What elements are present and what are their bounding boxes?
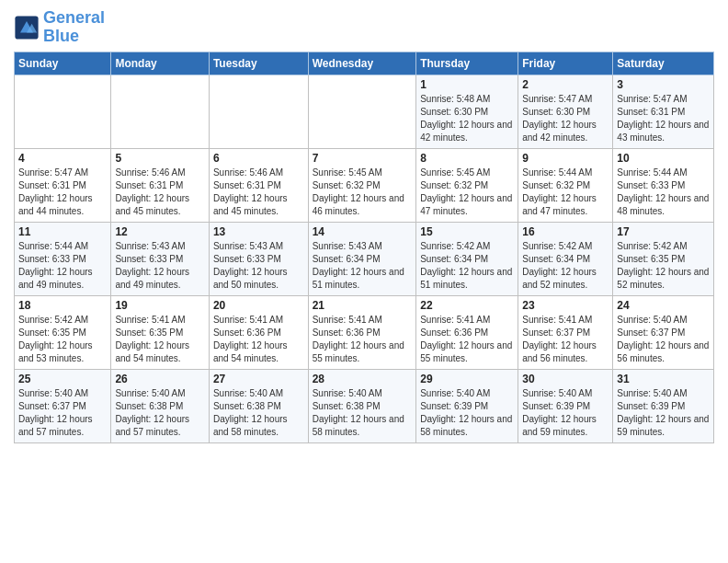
week-row-1: 1Sunrise: 5:48 AM Sunset: 6:30 PM Daylig… [15, 75, 714, 148]
cell-info: Sunrise: 5:41 AM Sunset: 6:35 PM Dayligh… [115, 314, 204, 365]
day-number: 5 [115, 152, 204, 165]
header-row: SundayMondayTuesdayWednesdayThursdayFrid… [15, 52, 714, 75]
calendar-cell: 19Sunrise: 5:41 AM Sunset: 6:35 PM Dayli… [111, 295, 209, 369]
calendar-cell: 29Sunrise: 5:40 AM Sunset: 6:39 PM Dayli… [416, 369, 518, 442]
cell-info: Sunrise: 5:47 AM Sunset: 6:31 PM Dayligh… [18, 167, 107, 218]
day-number: 4 [18, 152, 107, 165]
cell-info: Sunrise: 5:40 AM Sunset: 6:39 PM Dayligh… [617, 387, 710, 439]
calendar-cell: 8Sunrise: 5:45 AM Sunset: 6:32 PM Daylig… [416, 148, 518, 222]
calendar-cell: 9Sunrise: 5:44 AM Sunset: 6:32 PM Daylig… [518, 148, 613, 222]
cell-info: Sunrise: 5:44 AM Sunset: 6:33 PM Dayligh… [18, 240, 107, 292]
cell-info: Sunrise: 5:41 AM Sunset: 6:36 PM Dayligh… [213, 314, 304, 365]
day-number: 27 [213, 373, 304, 385]
day-number: 26 [115, 373, 204, 385]
calendar-cell [209, 75, 308, 148]
calendar-cell: 7Sunrise: 5:45 AM Sunset: 6:32 PM Daylig… [308, 148, 416, 222]
week-row-2: 4Sunrise: 5:47 AM Sunset: 6:31 PM Daylig… [15, 148, 714, 222]
calendar-cell: 11Sunrise: 5:44 AM Sunset: 6:33 PM Dayli… [15, 222, 111, 295]
day-number: 17 [617, 225, 710, 238]
day-number: 11 [18, 225, 107, 238]
calendar-cell [308, 75, 416, 148]
cell-info: Sunrise: 5:46 AM Sunset: 6:31 PM Dayligh… [213, 167, 304, 218]
week-row-3: 11Sunrise: 5:44 AM Sunset: 6:33 PM Dayli… [15, 222, 714, 295]
day-number: 8 [420, 152, 514, 165]
calendar-cell [15, 75, 111, 148]
calendar-cell: 20Sunrise: 5:41 AM Sunset: 6:36 PM Dayli… [209, 295, 308, 369]
cell-info: Sunrise: 5:42 AM Sunset: 6:35 PM Dayligh… [18, 314, 107, 365]
week-row-4: 18Sunrise: 5:42 AM Sunset: 6:35 PM Dayli… [15, 295, 714, 369]
calendar-cell: 10Sunrise: 5:44 AM Sunset: 6:33 PM Dayli… [613, 148, 714, 222]
cell-info: Sunrise: 5:41 AM Sunset: 6:37 PM Dayligh… [522, 314, 609, 365]
col-header-friday: Friday [518, 52, 613, 75]
col-header-sunday: Sunday [15, 52, 111, 75]
day-number: 15 [420, 225, 514, 238]
cell-info: Sunrise: 5:44 AM Sunset: 6:33 PM Dayligh… [617, 167, 710, 218]
col-header-wednesday: Wednesday [308, 52, 416, 75]
calendar-cell: 3Sunrise: 5:47 AM Sunset: 6:31 PM Daylig… [613, 75, 714, 148]
cell-info: Sunrise: 5:45 AM Sunset: 6:32 PM Dayligh… [313, 167, 413, 218]
day-number: 12 [115, 225, 204, 238]
col-header-saturday: Saturday [613, 52, 714, 75]
calendar-cell: 30Sunrise: 5:40 AM Sunset: 6:39 PM Dayli… [518, 369, 613, 442]
cell-info: Sunrise: 5:40 AM Sunset: 6:37 PM Dayligh… [617, 314, 710, 365]
col-header-monday: Monday [111, 52, 209, 75]
day-number: 10 [617, 152, 710, 165]
col-header-thursday: Thursday [416, 52, 518, 75]
day-number: 19 [115, 299, 204, 312]
calendar-cell: 4Sunrise: 5:47 AM Sunset: 6:31 PM Daylig… [15, 148, 111, 222]
cell-info: Sunrise: 5:46 AM Sunset: 6:31 PM Dayligh… [115, 167, 204, 218]
calendar-cell: 5Sunrise: 5:46 AM Sunset: 6:31 PM Daylig… [111, 148, 209, 222]
day-number: 23 [522, 299, 609, 312]
cell-info: Sunrise: 5:41 AM Sunset: 6:36 PM Dayligh… [313, 314, 413, 365]
day-number: 22 [420, 299, 514, 312]
calendar-cell: 1Sunrise: 5:48 AM Sunset: 6:30 PM Daylig… [416, 75, 518, 148]
col-header-tuesday: Tuesday [209, 52, 308, 75]
day-number: 6 [213, 152, 304, 165]
calendar-cell: 21Sunrise: 5:41 AM Sunset: 6:36 PM Dayli… [308, 295, 416, 369]
day-number: 14 [313, 225, 413, 238]
calendar-cell: 12Sunrise: 5:43 AM Sunset: 6:33 PM Dayli… [111, 222, 209, 295]
day-number: 3 [617, 78, 710, 91]
cell-info: Sunrise: 5:40 AM Sunset: 6:37 PM Dayligh… [18, 387, 107, 439]
cell-info: Sunrise: 5:42 AM Sunset: 6:34 PM Dayligh… [420, 240, 514, 292]
calendar-cell: 22Sunrise: 5:41 AM Sunset: 6:36 PM Dayli… [416, 295, 518, 369]
cell-info: Sunrise: 5:45 AM Sunset: 6:32 PM Dayligh… [420, 167, 514, 218]
day-number: 13 [213, 225, 304, 238]
cell-info: Sunrise: 5:40 AM Sunset: 6:38 PM Dayligh… [213, 387, 304, 439]
cell-info: Sunrise: 5:43 AM Sunset: 6:33 PM Dayligh… [115, 240, 204, 292]
logo: General Blue [14, 9, 105, 46]
calendar-cell: 26Sunrise: 5:40 AM Sunset: 6:38 PM Dayli… [111, 369, 209, 442]
day-number: 1 [420, 78, 514, 91]
week-row-5: 25Sunrise: 5:40 AM Sunset: 6:37 PM Dayli… [15, 369, 714, 442]
day-number: 24 [617, 299, 710, 312]
cell-info: Sunrise: 5:40 AM Sunset: 6:39 PM Dayligh… [522, 387, 609, 439]
calendar-cell: 25Sunrise: 5:40 AM Sunset: 6:37 PM Dayli… [15, 369, 111, 442]
logo-text-line1: General [43, 9, 105, 28]
day-number: 20 [213, 299, 304, 312]
cell-info: Sunrise: 5:43 AM Sunset: 6:34 PM Dayligh… [313, 240, 413, 292]
day-number: 29 [420, 373, 514, 385]
day-number: 31 [617, 373, 710, 385]
day-number: 7 [313, 152, 413, 165]
page-header: General Blue [14, 9, 714, 46]
day-number: 9 [522, 152, 609, 165]
cell-info: Sunrise: 5:42 AM Sunset: 6:35 PM Dayligh… [617, 240, 710, 292]
cell-info: Sunrise: 5:47 AM Sunset: 6:30 PM Dayligh… [522, 93, 609, 144]
cell-info: Sunrise: 5:40 AM Sunset: 6:38 PM Dayligh… [115, 387, 204, 439]
calendar-cell: 24Sunrise: 5:40 AM Sunset: 6:37 PM Dayli… [613, 295, 714, 369]
calendar-cell: 31Sunrise: 5:40 AM Sunset: 6:39 PM Dayli… [613, 369, 714, 442]
day-number: 16 [522, 225, 609, 238]
cell-info: Sunrise: 5:42 AM Sunset: 6:34 PM Dayligh… [522, 240, 609, 292]
calendar-cell: 13Sunrise: 5:43 AM Sunset: 6:33 PM Dayli… [209, 222, 308, 295]
calendar-table: SundayMondayTuesdayWednesdayThursdayFrid… [14, 52, 714, 443]
day-number: 28 [313, 373, 413, 385]
calendar-cell: 2Sunrise: 5:47 AM Sunset: 6:30 PM Daylig… [518, 75, 613, 148]
calendar-cell: 23Sunrise: 5:41 AM Sunset: 6:37 PM Dayli… [518, 295, 613, 369]
logo-icon [14, 15, 40, 40]
calendar-cell [111, 75, 209, 148]
day-number: 18 [18, 299, 107, 312]
calendar-cell: 15Sunrise: 5:42 AM Sunset: 6:34 PM Dayli… [416, 222, 518, 295]
day-number: 25 [18, 373, 107, 385]
day-number: 2 [522, 78, 609, 91]
cell-info: Sunrise: 5:43 AM Sunset: 6:33 PM Dayligh… [213, 240, 304, 292]
